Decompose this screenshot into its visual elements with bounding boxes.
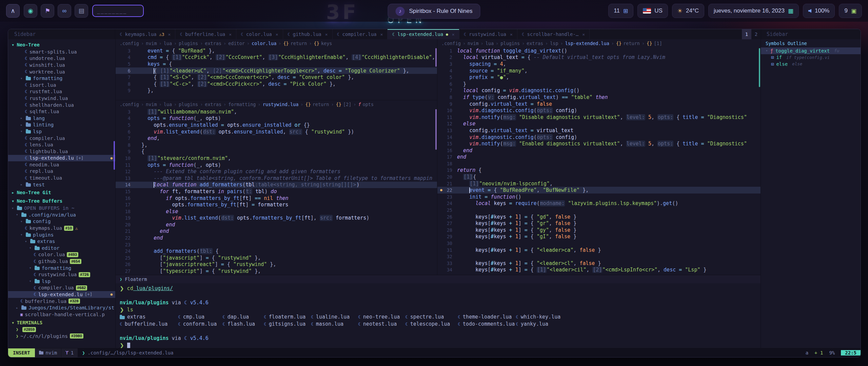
flag-button[interactable]: ⚑ xyxy=(41,4,54,18)
tree-item[interactable]: ☾compiler.lua xyxy=(8,135,115,142)
tabpage-1[interactable]: 1 xyxy=(742,29,751,39)
symbol-item[interactable]: ⊡elseelse xyxy=(761,61,861,67)
tree-item[interactable]: ☾rustywind.lua#726 xyxy=(8,271,115,278)
tree-item[interactable]: ☾neodim.lua xyxy=(8,161,115,168)
updates-widget[interactable]: 9 ▣ xyxy=(839,4,862,18)
tree-item-label: lsp xyxy=(33,129,42,134)
tree-item[interactable]: ▸linting xyxy=(8,122,115,128)
tree-item[interactable]: ▾extras xyxy=(8,238,115,245)
line-number: 15 xyxy=(116,189,135,194)
object-icon: {} xyxy=(616,41,622,46)
tab-compiler-lua[interactable]: ☾compiler.lua× xyxy=(333,29,388,39)
close-icon[interactable]: × xyxy=(510,32,513,37)
code-line: 17end xyxy=(437,154,761,161)
code-line: 6 vim.list_extend(dst: opts.ensure_insta… xyxy=(116,128,437,135)
close-icon[interactable]: × xyxy=(229,32,232,37)
tree-item[interactable]: ▾plugins xyxy=(8,231,115,238)
tree-item[interactable]: ☾bufferline.lua#328 xyxy=(8,298,115,305)
modified-flag: [+] xyxy=(85,292,93,297)
lua-file-icon: ☾ xyxy=(25,226,27,231)
tree-item[interactable]: ☾lsp-extended.lu[+]● xyxy=(8,155,115,162)
floaterm-panel[interactable]: ❯ Floaterm ❯ cd lua/plugins/nvim/lua/plu… xyxy=(116,275,761,348)
tree-item[interactable]: ❯#2859 xyxy=(8,326,115,333)
close-icon[interactable]: × xyxy=(582,32,585,37)
weather-widget[interactable]: ☀ 24°C xyxy=(672,4,704,18)
tree-item[interactable]: ☾smart-splits.lua xyxy=(8,48,115,55)
close-icon[interactable]: × xyxy=(276,32,278,37)
notes-button[interactable]: ▤ xyxy=(75,4,88,18)
tree-item[interactable]: ▸Juegos/Indies/SteamLibrary/st xyxy=(8,304,115,311)
tree-item[interactable]: ▸test xyxy=(8,181,115,188)
music-player-widget[interactable]: ♪ Spiritbox - Rule Of Nines xyxy=(388,4,480,19)
lua-file-icon: ☾ xyxy=(405,313,408,321)
tree-item[interactable]: ▾editor xyxy=(8,245,115,251)
code-line: 5 opts.ensure_installed = opts.ensure_in… xyxy=(116,122,437,128)
close-icon[interactable]: × xyxy=(325,32,328,37)
section-header-terminals[interactable]: ▾TERMINALS xyxy=(8,319,115,326)
tree-item[interactable]: ☾undotree.lua xyxy=(8,55,115,62)
tree-item[interactable]: ☾shellharden.lua xyxy=(8,102,115,108)
date-widget[interactable]: jueves, noviembre 16, 2023 ▦ xyxy=(708,4,799,18)
tree-item[interactable]: ☾lightbulb.lua xyxy=(8,148,115,155)
tree-item[interactable]: ☾worktree.lua xyxy=(8,68,115,75)
line-number: 24 xyxy=(116,248,135,254)
close-icon[interactable]: × xyxy=(168,32,171,37)
tree-item[interactable]: ☾sqlfmt.lua xyxy=(8,108,115,115)
tree-item[interactable]: ☾timeout.lua xyxy=(8,175,115,181)
tree-item-label: OPEN BUFFERS in ~ xyxy=(24,205,74,211)
tab-github-lua[interactable]: ☾github.lua× xyxy=(283,29,333,39)
tree-item[interactable]: ☾winshift.lua xyxy=(8,62,115,68)
editor-lsp-extended-lua[interactable]: .config›nvim›lua›plugins›extras›lsp›lsp-… xyxy=(437,39,761,275)
tree-item[interactable]: ☾lsp-extended.lu[+]● xyxy=(8,291,115,298)
tree-item[interactable]: ▾formatting xyxy=(8,75,115,82)
close-icon[interactable]: × xyxy=(380,32,383,37)
tab-label: scrollbar-handle-… xyxy=(527,32,579,37)
sidebar-scrollbar[interactable] xyxy=(114,141,115,170)
symbols-outline-sidebar[interactable]: Symbols Outline ▾ƒtoggle_diag_virtextfu⊡… xyxy=(761,39,861,348)
code-line: 3 [1]"williamboman/mason.nvim", xyxy=(116,108,437,115)
tree-item[interactable]: ☾rustfmt.lua xyxy=(8,88,115,95)
tree-item[interactable]: ▾config xyxy=(8,218,115,225)
floaterm-terminal[interactable]: ❯ cd lua/plugins/nvim/lua/plugins via ☾ … xyxy=(116,283,761,348)
tree-item[interactable]: ☾lens.lua xyxy=(8,141,115,148)
tree-item[interactable]: ▸lang xyxy=(8,115,115,122)
keyboard-layout-widget[interactable]: US xyxy=(637,4,668,18)
tree-item[interactable]: ☾rustywind.lua xyxy=(8,95,115,102)
link-button[interactable]: ∞ xyxy=(58,4,71,18)
tab-scrollbar-handle-[interactable]: ☾scrollbar-handle-…× xyxy=(517,29,590,39)
tabpage-2[interactable]: 2 xyxy=(751,29,761,39)
tab-lsp-extended-lua[interactable]: ☾lsp-extended.lua●× xyxy=(388,29,459,39)
tree-item[interactable]: ▾lsp xyxy=(8,128,115,135)
volume-widget[interactable]: 100% xyxy=(803,4,835,18)
tab-keymaps-lua[interactable]: ☾keymaps.lua⚠3× xyxy=(115,29,175,39)
tree-item[interactable]: ☾github.lua#654 xyxy=(8,258,115,265)
neo-tree-sidebar[interactable]: ▾Neo-Tree☾smart-splits.lua☾undotree.lua☾… xyxy=(8,39,116,348)
section-header-neo-tree-git[interactable]: ▸Neo-Tree Git xyxy=(8,189,115,196)
tree-item[interactable]: ▣scrollbar-handle-vertical.p xyxy=(8,311,115,318)
tab-rustywind-lua[interactable]: ☾rustywind.lua× xyxy=(459,29,517,39)
tab-color-lua[interactable]: ☾color.lua× xyxy=(236,29,283,39)
tree-item[interactable]: ☾keymaps.lua#10⚠ xyxy=(8,225,115,231)
tab-bufferline-lua[interactable]: ☾bufferline.lua× xyxy=(175,29,236,39)
tree-item[interactable]: ☾repl.lua xyxy=(8,168,115,175)
close-icon[interactable]: × xyxy=(452,32,455,37)
editor-rustywind-lua[interactable]: .config›nvim›lua›plugins›extras›formatti… xyxy=(116,100,437,275)
tree-item[interactable]: ▾formatting xyxy=(8,265,115,271)
lua-file-icon: ☾ xyxy=(25,156,27,161)
tree-item[interactable]: ☾compiler.lua#682 xyxy=(8,285,115,291)
tree-item[interactable]: ▾.config/nvim/lua xyxy=(8,211,115,218)
section-header-neo-tree[interactable]: ▾Neo-Tree xyxy=(8,41,115,48)
tree-item[interactable]: ☾color.lua#493 xyxy=(8,251,115,258)
tree-item[interactable]: ☾isort.lua xyxy=(8,82,115,88)
search-input[interactable] xyxy=(92,5,144,17)
tree-item[interactable]: ❯~/.c/n/l/plugins#3980 xyxy=(8,333,115,340)
section-header-neo-tree-buffers[interactable]: ▾Neo-Tree Buffers xyxy=(8,197,115,205)
workspaces-widget[interactable]: 11 ⊞ xyxy=(608,4,633,18)
monitor-button[interactable]: ◉ xyxy=(24,4,37,18)
editor-color-lua[interactable]: .config›nvim›lua›plugins›extras›editor›c… xyxy=(116,39,437,100)
symbol-item[interactable]: ⊡ifif type(config.vi xyxy=(761,54,861,61)
tree-item[interactable]: ▾lsp xyxy=(8,278,115,285)
tree-item[interactable]: ▾OPEN BUFFERS in ~ xyxy=(8,205,115,211)
launcher-button[interactable]: ∧ xyxy=(6,4,20,18)
symbol-item[interactable]: ▾ƒtoggle_diag_virtextfu xyxy=(761,47,861,54)
